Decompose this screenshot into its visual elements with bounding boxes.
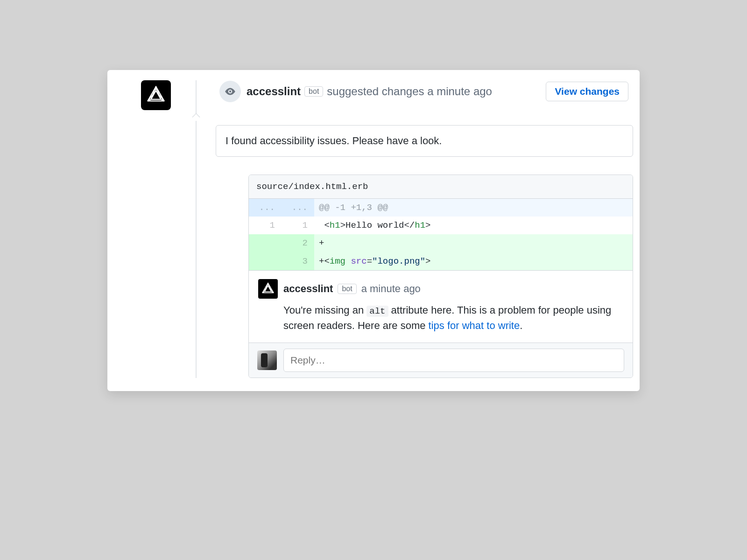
tips-link[interactable]: tips for what to write [429, 320, 520, 331]
bot-badge: bot [338, 284, 356, 294]
diff-line-num-new: 1 [282, 217, 314, 234]
app-avatar[interactable] [141, 80, 171, 110]
diff-table: ... ... @@ -1 +1,3 @@ 1 1 <h1>Hello worl… [249, 199, 633, 270]
comment-avatar[interactable] [258, 279, 278, 299]
comment-author[interactable]: accesslint [283, 283, 333, 295]
diff-line: 2 + [249, 234, 633, 252]
diff-line-num-new: 3 [282, 252, 314, 270]
summary-text: I found accessibility issues. Please hav… [226, 135, 623, 147]
view-changes-button[interactable]: View changes [546, 82, 628, 101]
review-header: accesslint bot suggested changes a minut… [219, 80, 633, 103]
eye-icon [224, 85, 236, 98]
diff-hunk-row: ... ... @@ -1 +1,3 @@ [249, 199, 633, 217]
speech-arrow-icon [192, 113, 200, 121]
diff-line: 1 1 <h1>Hello world</h1> [249, 217, 633, 234]
review-action-text: suggested changes a minute ago [327, 85, 492, 98]
reply-row [249, 343, 633, 378]
diff-line-num-old: ... [249, 199, 282, 217]
current-user-avatar[interactable] [257, 350, 277, 370]
diff-line: 3 +<img src="logo.png"> [249, 252, 633, 270]
diff-code: + [314, 234, 633, 252]
bot-badge: bot [304, 86, 323, 97]
diff-line-num-new: ... [282, 199, 314, 217]
comment-text: You're missing an [283, 304, 366, 316]
timeline-line [196, 80, 197, 378]
diff-line-num-old [249, 234, 282, 252]
diff-code: +<img src="logo.png"> [314, 252, 633, 270]
accesslint-logo-icon [261, 282, 275, 296]
diff-line-num-new: 2 [282, 234, 314, 252]
accesslint-logo-icon [146, 85, 166, 105]
diff-code: <h1>Hello world</h1> [314, 217, 633, 234]
reply-input[interactable] [283, 349, 624, 372]
review-state-badge [219, 81, 241, 102]
comment-body: You're missing an alt attribute here. Th… [283, 302, 623, 334]
comment-time: a minute ago [361, 283, 421, 295]
inline-comment: accesslint bot a minute ago You're missi… [249, 270, 633, 343]
diff-block: source/index.html.erb ... ... @@ -1 +1,3… [248, 175, 633, 378]
inline-code: alt [366, 306, 388, 317]
diff-line-num-old: 1 [249, 217, 282, 234]
review-summary: I found accessibility issues. Please hav… [216, 125, 633, 157]
diff-line-num-old [249, 252, 282, 270]
review-author[interactable]: accesslint [247, 85, 301, 98]
review-card: accesslint bot suggested changes a minut… [107, 70, 640, 391]
diff-hunk-header: @@ -1 +1,3 @@ [314, 199, 633, 217]
comment-text: . [520, 320, 522, 331]
diff-file-path[interactable]: source/index.html.erb [249, 175, 633, 199]
